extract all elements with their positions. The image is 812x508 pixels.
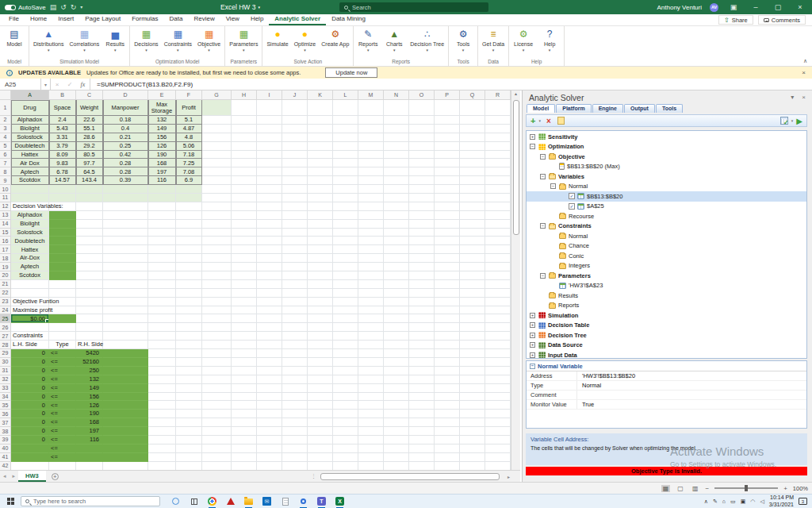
cell-I15[interactable]	[257, 229, 282, 237]
cell-I42[interactable]	[257, 462, 282, 471]
cell-M11[interactable]	[358, 194, 384, 202]
cell-B4[interactable]: 3.31	[49, 133, 76, 142]
row-header-15[interactable]: 15	[0, 229, 11, 237]
cell-H25[interactable]	[232, 314, 257, 323]
cell-F18[interactable]	[176, 254, 202, 263]
cell-M8[interactable]	[358, 167, 384, 176]
cell-Q27[interactable]	[460, 332, 485, 341]
delete-item-icon[interactable]: ×	[546, 117, 551, 125]
customize-qat-icon[interactable]: ▾	[80, 5, 82, 10]
cell-J19[interactable]	[282, 263, 308, 271]
cell-L24[interactable]	[333, 306, 358, 315]
cell-L4[interactable]	[333, 133, 358, 142]
cell-O41[interactable]	[409, 453, 435, 462]
cell-B34[interactable]: <=	[49, 393, 76, 402]
add-item-dropdown-icon[interactable]: ▾	[538, 118, 541, 123]
ribbon-button-decision-tree[interactable]: ∴Decision Tree▾	[408, 28, 446, 54]
cell-I38[interactable]	[257, 427, 282, 436]
cell-O11[interactable]	[409, 194, 435, 202]
dismiss-notification-icon[interactable]: ×	[802, 69, 812, 76]
cell-A24[interactable]: Maximise profit	[11, 306, 49, 315]
cell-D16[interactable]	[103, 237, 148, 245]
cell-M18[interactable]	[358, 254, 384, 263]
solver-tab-platform[interactable]: Platform	[556, 104, 591, 113]
cell-A32[interactable]: 0	[11, 375, 49, 384]
cell-K30[interactable]	[308, 358, 333, 367]
zoom-in-icon[interactable]: +	[783, 485, 787, 492]
add-item-icon[interactable]: +	[530, 117, 535, 125]
cell-C11[interactable]	[76, 194, 103, 202]
cell-J36[interactable]	[282, 410, 308, 418]
cell-B20[interactable]	[49, 271, 76, 280]
cell-Q28[interactable]	[460, 341, 485, 349]
cell-I17[interactable]	[257, 245, 282, 254]
cell-O35[interactable]	[409, 401, 435, 410]
property-value[interactable]: True	[577, 401, 594, 408]
cell-J29[interactable]	[282, 349, 308, 358]
cell-K38[interactable]	[308, 427, 333, 436]
cell-R39[interactable]	[485, 436, 511, 444]
cell-J38[interactable]	[282, 427, 308, 436]
cell-K42[interactable]	[308, 462, 333, 471]
cell-D11[interactable]	[103, 194, 148, 202]
cell-O23[interactable]	[409, 298, 435, 306]
cell-E34[interactable]	[148, 393, 176, 402]
cell-K2[interactable]	[308, 116, 333, 125]
cell-K26[interactable]	[308, 323, 333, 332]
cell-J18[interactable]	[282, 254, 308, 263]
col-header-Q[interactable]: Q	[460, 90, 485, 100]
row-header-37[interactable]: 37	[0, 418, 11, 427]
row-header-20[interactable]: 20	[0, 271, 11, 280]
cell-B30[interactable]: <=	[49, 358, 76, 367]
cell-N40[interactable]	[384, 444, 409, 453]
property-value[interactable]: Normal	[577, 382, 601, 389]
cell-E8[interactable]: 197	[148, 167, 176, 176]
cell-I37[interactable]	[257, 418, 282, 427]
row-header-36[interactable]: 36	[0, 410, 11, 418]
row-header-32[interactable]: 32	[0, 375, 11, 384]
col-header-O[interactable]: O	[409, 90, 435, 100]
solve-play-icon[interactable]: ▶	[796, 117, 802, 125]
cell-R38[interactable]	[485, 427, 511, 436]
tree-item-reports[interactable]: Reports	[527, 301, 806, 311]
row-header-41[interactable]: 41	[0, 453, 11, 462]
cell-J17[interactable]	[282, 245, 308, 254]
cell-L35[interactable]	[333, 401, 358, 410]
cell-L32[interactable]	[333, 375, 358, 384]
cell-A1[interactable]: Drug	[11, 100, 49, 116]
cell-K37[interactable]	[308, 418, 333, 427]
row-header-11[interactable]: 11	[0, 194, 11, 202]
cell-K14[interactable]	[308, 220, 333, 229]
cell-L11[interactable]	[333, 194, 358, 202]
cell-M30[interactable]	[358, 358, 384, 367]
cell-J7[interactable]	[282, 159, 308, 167]
cell-O19[interactable]	[409, 263, 435, 271]
cell-G9[interactable]	[202, 176, 232, 185]
cell-J9[interactable]	[282, 176, 308, 185]
cell-L19[interactable]	[333, 263, 358, 271]
cell-M14[interactable]	[358, 220, 384, 229]
cell-Q14[interactable]	[460, 220, 485, 229]
restore-icon[interactable]: ▢	[771, 3, 785, 11]
cell-R3[interactable]	[485, 125, 511, 133]
cell-P18[interactable]	[435, 254, 460, 263]
cell-E16[interactable]	[148, 237, 176, 245]
cell-M26[interactable]	[358, 323, 384, 332]
cell-F40[interactable]	[176, 444, 202, 453]
cell-R20[interactable]	[485, 271, 511, 280]
cell-L29[interactable]	[333, 349, 358, 358]
insert-function-icon[interactable]: fx	[76, 79, 90, 90]
name-box[interactable]: A25	[0, 79, 41, 90]
red-triangle-app-taskbar-button[interactable]	[221, 495, 239, 508]
vertical-scroll-thumb[interactable]	[513, 100, 519, 235]
cell-F8[interactable]: 7.08	[176, 167, 202, 176]
cell-A11[interactable]	[11, 194, 49, 202]
cell-E30[interactable]	[148, 358, 176, 367]
cell-Q7[interactable]	[460, 159, 485, 167]
cell-H23[interactable]	[232, 298, 257, 306]
cell-O22[interactable]	[409, 289, 435, 298]
cell-G34[interactable]	[202, 393, 232, 402]
expand-toggle-icon[interactable]: −	[530, 144, 535, 149]
cell-P25[interactable]	[435, 314, 460, 323]
cell-O36[interactable]	[409, 410, 435, 418]
